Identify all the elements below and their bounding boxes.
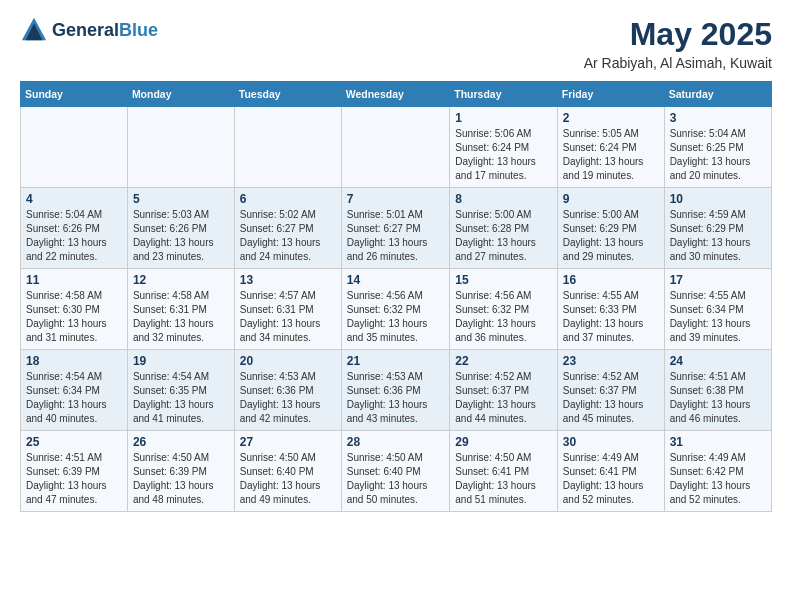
- weekday-monday: Monday: [127, 82, 234, 107]
- day-detail: Sunrise: 5:00 AMSunset: 6:28 PMDaylight:…: [455, 208, 552, 264]
- day-number: 16: [563, 273, 659, 287]
- weekday-thursday: Thursday: [450, 82, 558, 107]
- day-number: 4: [26, 192, 122, 206]
- day-number: 8: [455, 192, 552, 206]
- calendar-cell: 28Sunrise: 4:50 AMSunset: 6:40 PMDayligh…: [341, 431, 450, 512]
- day-detail: Sunrise: 4:54 AMSunset: 6:35 PMDaylight:…: [133, 370, 229, 426]
- day-detail: Sunrise: 4:56 AMSunset: 6:32 PMDaylight:…: [347, 289, 445, 345]
- day-number: 7: [347, 192, 445, 206]
- day-detail: Sunrise: 5:04 AMSunset: 6:25 PMDaylight:…: [670, 127, 766, 183]
- day-detail: Sunrise: 5:05 AMSunset: 6:24 PMDaylight:…: [563, 127, 659, 183]
- day-detail: Sunrise: 4:49 AMSunset: 6:42 PMDaylight:…: [670, 451, 766, 507]
- day-detail: Sunrise: 4:53 AMSunset: 6:36 PMDaylight:…: [240, 370, 336, 426]
- calendar-cell: 13Sunrise: 4:57 AMSunset: 6:31 PMDayligh…: [234, 269, 341, 350]
- day-detail: Sunrise: 5:01 AMSunset: 6:27 PMDaylight:…: [347, 208, 445, 264]
- calendar-cell: 2Sunrise: 5:05 AMSunset: 6:24 PMDaylight…: [557, 107, 664, 188]
- weekday-friday: Friday: [557, 82, 664, 107]
- calendar-cell: 19Sunrise: 4:54 AMSunset: 6:35 PMDayligh…: [127, 350, 234, 431]
- calendar-cell: 9Sunrise: 5:00 AMSunset: 6:29 PMDaylight…: [557, 188, 664, 269]
- calendar-cell: 25Sunrise: 4:51 AMSunset: 6:39 PMDayligh…: [21, 431, 128, 512]
- calendar-cell: 18Sunrise: 4:54 AMSunset: 6:34 PMDayligh…: [21, 350, 128, 431]
- day-number: 25: [26, 435, 122, 449]
- day-number: 24: [670, 354, 766, 368]
- day-number: 10: [670, 192, 766, 206]
- calendar-cell: 6Sunrise: 5:02 AMSunset: 6:27 PMDaylight…: [234, 188, 341, 269]
- day-detail: Sunrise: 4:50 AMSunset: 6:40 PMDaylight:…: [347, 451, 445, 507]
- calendar-cell: [127, 107, 234, 188]
- day-number: 3: [670, 111, 766, 125]
- weekday-tuesday: Tuesday: [234, 82, 341, 107]
- calendar-cell: 30Sunrise: 4:49 AMSunset: 6:41 PMDayligh…: [557, 431, 664, 512]
- calendar-cell: 17Sunrise: 4:55 AMSunset: 6:34 PMDayligh…: [664, 269, 771, 350]
- day-detail: Sunrise: 4:49 AMSunset: 6:41 PMDaylight:…: [563, 451, 659, 507]
- day-number: 1: [455, 111, 552, 125]
- day-number: 26: [133, 435, 229, 449]
- title-block: May 2025 Ar Rabiyah, Al Asimah, Kuwait: [584, 16, 772, 71]
- weekday-wednesday: Wednesday: [341, 82, 450, 107]
- day-detail: Sunrise: 4:52 AMSunset: 6:37 PMDaylight:…: [563, 370, 659, 426]
- day-number: 23: [563, 354, 659, 368]
- day-detail: Sunrise: 4:55 AMSunset: 6:33 PMDaylight:…: [563, 289, 659, 345]
- calendar-cell: 4Sunrise: 5:04 AMSunset: 6:26 PMDaylight…: [21, 188, 128, 269]
- calendar-cell: 14Sunrise: 4:56 AMSunset: 6:32 PMDayligh…: [341, 269, 450, 350]
- day-detail: Sunrise: 5:04 AMSunset: 6:26 PMDaylight:…: [26, 208, 122, 264]
- day-number: 21: [347, 354, 445, 368]
- day-detail: Sunrise: 4:50 AMSunset: 6:41 PMDaylight:…: [455, 451, 552, 507]
- day-number: 6: [240, 192, 336, 206]
- calendar-cell: 12Sunrise: 4:58 AMSunset: 6:31 PMDayligh…: [127, 269, 234, 350]
- day-number: 28: [347, 435, 445, 449]
- calendar-cell: 31Sunrise: 4:49 AMSunset: 6:42 PMDayligh…: [664, 431, 771, 512]
- calendar-cell: 8Sunrise: 5:00 AMSunset: 6:28 PMDaylight…: [450, 188, 558, 269]
- day-number: 17: [670, 273, 766, 287]
- calendar-cell: 24Sunrise: 4:51 AMSunset: 6:38 PMDayligh…: [664, 350, 771, 431]
- day-detail: Sunrise: 4:53 AMSunset: 6:36 PMDaylight:…: [347, 370, 445, 426]
- calendar-cell: 1Sunrise: 5:06 AMSunset: 6:24 PMDaylight…: [450, 107, 558, 188]
- day-detail: Sunrise: 4:50 AMSunset: 6:39 PMDaylight:…: [133, 451, 229, 507]
- day-number: 29: [455, 435, 552, 449]
- day-detail: Sunrise: 4:57 AMSunset: 6:31 PMDaylight:…: [240, 289, 336, 345]
- calendar-cell: 16Sunrise: 4:55 AMSunset: 6:33 PMDayligh…: [557, 269, 664, 350]
- day-detail: Sunrise: 4:58 AMSunset: 6:31 PMDaylight:…: [133, 289, 229, 345]
- day-detail: Sunrise: 4:51 AMSunset: 6:38 PMDaylight:…: [670, 370, 766, 426]
- day-number: 27: [240, 435, 336, 449]
- calendar-cell: 3Sunrise: 5:04 AMSunset: 6:25 PMDaylight…: [664, 107, 771, 188]
- logo-text-blue: Blue: [119, 20, 158, 40]
- day-number: 30: [563, 435, 659, 449]
- weekday-header-row: SundayMondayTuesdayWednesdayThursdayFrid…: [21, 82, 772, 107]
- calendar-cell: 15Sunrise: 4:56 AMSunset: 6:32 PMDayligh…: [450, 269, 558, 350]
- day-number: 2: [563, 111, 659, 125]
- logo-icon: [20, 16, 48, 44]
- day-detail: Sunrise: 5:03 AMSunset: 6:26 PMDaylight:…: [133, 208, 229, 264]
- logo: GeneralBlue: [20, 16, 158, 44]
- calendar-week-4: 18Sunrise: 4:54 AMSunset: 6:34 PMDayligh…: [21, 350, 772, 431]
- calendar-week-5: 25Sunrise: 4:51 AMSunset: 6:39 PMDayligh…: [21, 431, 772, 512]
- day-number: 15: [455, 273, 552, 287]
- day-number: 9: [563, 192, 659, 206]
- calendar-cell: 23Sunrise: 4:52 AMSunset: 6:37 PMDayligh…: [557, 350, 664, 431]
- month-title: May 2025: [584, 16, 772, 53]
- calendar-cell: [21, 107, 128, 188]
- calendar-cell: [341, 107, 450, 188]
- calendar-week-2: 4Sunrise: 5:04 AMSunset: 6:26 PMDaylight…: [21, 188, 772, 269]
- day-detail: Sunrise: 5:06 AMSunset: 6:24 PMDaylight:…: [455, 127, 552, 183]
- day-detail: Sunrise: 5:00 AMSunset: 6:29 PMDaylight:…: [563, 208, 659, 264]
- calendar-cell: 7Sunrise: 5:01 AMSunset: 6:27 PMDaylight…: [341, 188, 450, 269]
- weekday-saturday: Saturday: [664, 82, 771, 107]
- calendar-cell: [234, 107, 341, 188]
- day-detail: Sunrise: 4:56 AMSunset: 6:32 PMDaylight:…: [455, 289, 552, 345]
- calendar-cell: 10Sunrise: 4:59 AMSunset: 6:29 PMDayligh…: [664, 188, 771, 269]
- day-detail: Sunrise: 5:02 AMSunset: 6:27 PMDaylight:…: [240, 208, 336, 264]
- day-number: 19: [133, 354, 229, 368]
- day-detail: Sunrise: 4:58 AMSunset: 6:30 PMDaylight:…: [26, 289, 122, 345]
- weekday-sunday: Sunday: [21, 82, 128, 107]
- day-number: 31: [670, 435, 766, 449]
- calendar-cell: 29Sunrise: 4:50 AMSunset: 6:41 PMDayligh…: [450, 431, 558, 512]
- day-number: 22: [455, 354, 552, 368]
- calendar-cell: 22Sunrise: 4:52 AMSunset: 6:37 PMDayligh…: [450, 350, 558, 431]
- calendar-week-3: 11Sunrise: 4:58 AMSunset: 6:30 PMDayligh…: [21, 269, 772, 350]
- calendar-body: 1Sunrise: 5:06 AMSunset: 6:24 PMDaylight…: [21, 107, 772, 512]
- calendar-cell: 5Sunrise: 5:03 AMSunset: 6:26 PMDaylight…: [127, 188, 234, 269]
- day-number: 5: [133, 192, 229, 206]
- page-header: GeneralBlue May 2025 Ar Rabiyah, Al Asim…: [20, 16, 772, 71]
- day-number: 13: [240, 273, 336, 287]
